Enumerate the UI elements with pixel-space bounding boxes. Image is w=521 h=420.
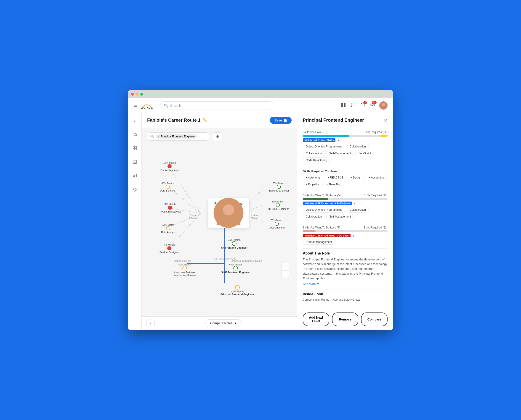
node-data-scientist[interactable]: 63% Match Data Scientist [160, 182, 176, 192]
skill-empathy[interactable]: + Empathy [303, 182, 322, 187]
node-data-analyst[interactable]: 33% Match Data Analyst [161, 224, 175, 233]
divider-3 [303, 223, 388, 223]
skills-bar-2 [303, 198, 388, 200]
skills-want-more-section: Skills You Want To Do More (5) Skills Re… [303, 194, 388, 219]
node-staff-frontend[interactable]: 67% Match Staff Frontend Engineer [221, 263, 250, 274]
panel-body[interactable]: Skills You Have (13) Skills Required (22… [297, 127, 393, 309]
user-avatar[interactable] [379, 101, 388, 110]
skill-collab-2[interactable]: Collaboration [303, 151, 325, 156]
skill-required-tags: + Autonomy + REACT-JS + Design + Account… [303, 175, 388, 187]
skill-autonomy[interactable]: + Autonomy [303, 175, 323, 180]
skill-self-mgmt[interactable]: Self-Management [326, 151, 354, 156]
skill-oop[interactable]: Object-Oriented Programming [303, 144, 345, 149]
about-text: The Principal Frontend Engineer oversees… [303, 257, 388, 281]
menu-icon[interactable]: ☰ [133, 103, 137, 108]
inbox-icon[interactable]: 11 [370, 103, 375, 109]
expand-button[interactable]: ⤢ [146, 320, 155, 327]
compare-roles-button[interactable]: Compare Roles ▲ [205, 319, 242, 327]
career-change-label: CareerChange [189, 214, 198, 219]
node-product-researcher[interactable]: 5% Match Product Researcher [159, 203, 181, 213]
skill-want-self-mgmt[interactable]: Self-Management [326, 214, 354, 219]
add-next-level-button[interactable]: Add Next Level [303, 313, 329, 326]
career-search-field[interactable]: 🔍 ✕ Principal Frontend Engineer [146, 132, 210, 141]
sidebar-item-data[interactable] [131, 158, 139, 166]
svg-rect-3 [341, 105, 343, 107]
sidebar-item-grid[interactable] [131, 144, 139, 152]
skill-design[interactable]: + Design [348, 175, 365, 180]
skill-code-refactor[interactable]: Code Refactoring [303, 158, 330, 163]
svg-rect-4 [344, 105, 345, 107]
app-header: ☰ workday. 🔍 [128, 98, 393, 113]
matches-row-1: Matches 6 Of Your Skills ▲ [303, 138, 388, 142]
panel-title: Principal Frontend Engineer [303, 118, 364, 123]
node-product-manager[interactable]: 14% Match Product Manager [160, 161, 179, 172]
skill-want-collab-1[interactable]: Collaboration [347, 207, 369, 212]
page-title: Fabiola's Career Route 1 ✏️ [147, 118, 208, 123]
matches-row-2: Matches 4 Skills You Want To Do More ▲ [303, 202, 388, 205]
match-badge-2: Matches 4 Skills You Want To Do More [303, 202, 352, 205]
skills-you-have-label: Skills You Have (13) [303, 131, 327, 134]
right-panel: Principal Frontend Engineer ✕ Skills You… [297, 113, 393, 330]
minimize-dot[interactable] [136, 93, 139, 96]
compare-button[interactable]: Compare [361, 313, 388, 326]
skill-tags-2: Object-Oriented Programming Collaboratio… [303, 207, 388, 219]
skills-bar-3 [303, 230, 388, 232]
node-sr-frontend[interactable]: 75% Match Sr. Frontend Engineer [221, 239, 248, 249]
svg-rect-11 [135, 148, 137, 150]
chat-icon[interactable] [350, 103, 356, 109]
app-body: Fabiola's Career Route 1 ✏️ Save 🔍 ✕ [128, 113, 393, 330]
workday-logo: workday. [141, 102, 153, 109]
skill-want-collab-2[interactable]: Collaboration [303, 214, 325, 219]
bottom-toolbar: ⤢ Compare Roles ▲ [142, 316, 297, 330]
skill-product-mgmt[interactable]: Product Management [303, 239, 335, 245]
grid-icon[interactable] [341, 103, 346, 109]
node-principal-frontend[interactable]: 42% Match Principal Frontend Engineer [220, 285, 254, 296]
node-product-designer[interactable]: 8% Match Product Designer [160, 244, 179, 254]
sidebar-item-home[interactable] [131, 130, 139, 139]
save-button[interactable]: Save [270, 117, 292, 124]
skills-want-less-section: Skills You Want To Do Less (7) Skills Re… [303, 226, 388, 245]
filter-button[interactable]: ⚙ [213, 132, 222, 141]
node-assoc-mgr[interactable]: 40% Match Associate Software Engineering… [171, 263, 198, 277]
search-input[interactable] [170, 104, 270, 107]
zoom-out-button[interactable]: − [281, 270, 289, 278]
skills-required-label-3: Skills Required (22) [364, 226, 388, 229]
skill-tags-1: Object-Oriented Programming Collaboratio… [303, 144, 388, 163]
sidebar-item-arrow[interactable] [131, 117, 139, 125]
notification-icon[interactable]: 7 [360, 103, 365, 109]
lateral-move-label: LateralMove [251, 214, 259, 219]
skill-collab-1[interactable]: Collaboration [347, 144, 369, 149]
svg-rect-9 [135, 146, 137, 148]
sidebar-item-tag[interactable] [131, 185, 139, 193]
canvas-area: 🔍 ✕ Principal Frontend Engineer ⚙ [142, 128, 297, 317]
global-search[interactable]: 🔍 [160, 101, 274, 110]
matches-row-3: Matches 1 Skill You Want To Do Less ▲ [303, 234, 388, 237]
see-more-button[interactable]: See More ▼ [303, 282, 388, 285]
svg-rect-1 [341, 103, 343, 105]
remove-button[interactable]: Remove [332, 313, 358, 326]
tag-x[interactable]: ✕ [158, 135, 160, 138]
search-tag: ✕ Principal Frontend Engineer [156, 135, 197, 139]
notification-badge: 7 [363, 101, 367, 104]
zoom-in-button[interactable]: + [281, 263, 289, 270]
skill-tags-3: Product Management [303, 239, 388, 245]
salary-growth-label: Average Salary Growth [333, 298, 361, 301]
skill-want-oop[interactable]: Object-Oriented Programming [303, 207, 345, 212]
edit-icon[interactable]: ✏️ [203, 118, 208, 122]
expand-skills-1[interactable]: ▲ [337, 139, 340, 142]
expand-skills-3[interactable]: ▲ [352, 234, 355, 237]
node-fullstack-engineer[interactable]: 81% Match Full-Stack Engineer [267, 200, 289, 210]
close-panel-button[interactable]: ✕ [384, 118, 388, 123]
close-dot[interactable] [131, 93, 134, 96]
skill-accounting[interactable]: + Accounting [366, 175, 388, 180]
comp-range-label: Compensation Range [303, 298, 329, 301]
main-content: Fabiola's Career Route 1 ✏️ Save 🔍 ✕ [142, 113, 297, 330]
skill-reactjs[interactable]: + REACT-JS [325, 175, 346, 180]
skill-js[interactable]: JavaScript [355, 151, 374, 156]
expand-skills-2[interactable]: ▲ [353, 202, 356, 205]
skill-think-big[interactable]: + Think Big [323, 182, 343, 187]
sidebar-item-chart[interactable] [131, 172, 139, 180]
node-data-engineer[interactable]: 73% Match Data Engineer [269, 219, 285, 229]
node-backend-engineer[interactable]: 75% Match Backend Engineer [269, 182, 289, 192]
maximize-dot[interactable] [140, 93, 143, 96]
